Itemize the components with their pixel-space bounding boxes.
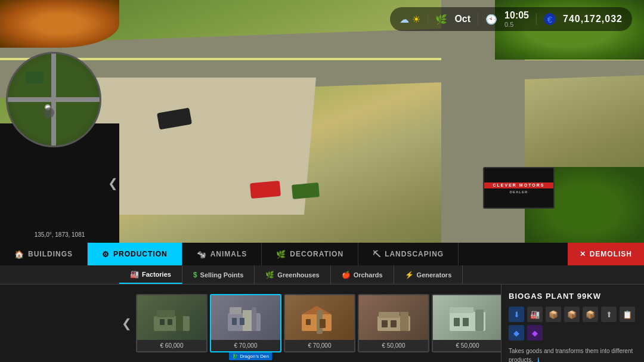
bottom-panel: 🏠 BUILDINGS ⚙ PRODUCTION 🐄 ANIMALS 🌿 DEC… bbox=[0, 243, 644, 362]
svg-rect-6 bbox=[230, 307, 242, 314]
building-card-2[interactable]: 🐉 Dragon's Den € 70,000 bbox=[210, 294, 281, 352]
building-image-4 bbox=[359, 295, 428, 340]
svg-rect-20 bbox=[391, 320, 397, 327]
svg-rect-1 bbox=[157, 310, 175, 317]
demolish-icon: ✕ bbox=[580, 250, 586, 258]
weather-display: ☁ ☀ bbox=[400, 14, 420, 25]
svg-rect-15 bbox=[320, 319, 326, 328]
speed-display: 0.5 bbox=[504, 21, 529, 28]
greenhouses-subtab-icon: 🌿 bbox=[265, 271, 274, 279]
building-card-4[interactable]: 🐉 Dragon's Den € 50,000 bbox=[358, 294, 429, 352]
subtab-factories[interactable]: 🏭 Factories bbox=[119, 265, 182, 284]
sun-icon: ☀ bbox=[412, 14, 420, 25]
info-goods-btn-1[interactable]: 📦 bbox=[546, 307, 561, 322]
svg-rect-17 bbox=[379, 312, 400, 318]
info-help-icon[interactable]: ℹ bbox=[537, 357, 540, 362]
info-icons-row: ⬇ 🏭 📦 📦 📦 ⬆ 📋 ◆ ◆ bbox=[509, 307, 637, 341]
svg-rect-22 bbox=[450, 307, 473, 313]
tab-buildings[interactable]: 🏠 BUILDINGS bbox=[0, 243, 88, 265]
sign-subtext: DEALER bbox=[510, 190, 528, 194]
svg-rect-24 bbox=[454, 318, 460, 326]
landscaping-tab-label: LANDSCAPING bbox=[385, 250, 444, 258]
dealership-sign: CLEVER MOTORS DEALER bbox=[483, 167, 555, 209]
tab-animals[interactable]: 🐄 ANIMALS bbox=[182, 243, 262, 265]
building-image-5 bbox=[433, 295, 501, 340]
buildings-tab-icon: 🏠 bbox=[14, 250, 24, 259]
trees-top-left bbox=[0, 0, 119, 48]
building-svg-4 bbox=[373, 301, 414, 334]
subtab-selling[interactable]: $ Selling Points bbox=[182, 265, 255, 284]
factories-subtab-icon: 🏭 bbox=[130, 270, 139, 279]
subtab-generators[interactable]: ⚡ Generators bbox=[394, 265, 463, 284]
cloud-icon: ☁ bbox=[400, 14, 409, 25]
svg-rect-9 bbox=[240, 318, 244, 325]
svg-rect-8 bbox=[232, 318, 237, 325]
info-upload-btn[interactable]: ⬆ bbox=[601, 307, 617, 322]
tab-landscaping[interactable]: ⛏ LANDSCAPING bbox=[358, 243, 459, 265]
month-display: Oct bbox=[454, 14, 470, 24]
generators-subtab-label: Generators bbox=[417, 271, 452, 279]
season-icon: 🌿 bbox=[435, 14, 447, 25]
production-tab-label: PRODUCTION bbox=[113, 250, 168, 258]
info-blue-btn[interactable]: ◆ bbox=[509, 325, 524, 341]
decoration-tab-label: DECORATION bbox=[290, 250, 343, 258]
minimap-chevron-icon: ❮ bbox=[108, 176, 118, 190]
info-list-btn[interactable]: 📋 bbox=[620, 307, 635, 322]
tab-decoration[interactable]: 🌿 DECORATION bbox=[262, 243, 358, 265]
generators-subtab-icon: ⚡ bbox=[405, 271, 414, 279]
building-price-4: € 50,000 bbox=[381, 340, 407, 351]
building-list-prev[interactable]: ❮ bbox=[119, 289, 134, 357]
buildings-tab-label: BUILDINGS bbox=[28, 250, 73, 258]
minimap-coordinates: 135,0°, 1873, 1081 bbox=[6, 231, 113, 238]
info-goods-btn-2[interactable]: 📦 bbox=[564, 307, 580, 322]
info-description: Takes goods and transforms them into dif… bbox=[509, 346, 637, 362]
sign-label: CLEVER MOTORS bbox=[493, 183, 545, 187]
svg-rect-3 bbox=[160, 319, 165, 325]
info-goods-btn-3[interactable]: 📦 bbox=[583, 307, 598, 322]
svg-rect-25 bbox=[463, 318, 469, 326]
info-panel-title: BIOGAS PLANT 99KW bbox=[509, 292, 637, 301]
demolish-label: DEMOLISH bbox=[590, 250, 632, 258]
minimap-nav-toggle[interactable]: ❮ bbox=[106, 123, 119, 243]
building-price-3: € 70,000 bbox=[307, 340, 333, 351]
building-svg-2 bbox=[225, 301, 267, 334]
minimap-area: 135,0°, 1873, 1081 bbox=[0, 123, 119, 243]
car-red bbox=[250, 181, 281, 199]
time-display: 10:05 bbox=[504, 10, 529, 21]
selling-subtab-icon: $ bbox=[193, 271, 197, 279]
minimap-building bbox=[26, 72, 44, 83]
decoration-tab-icon: 🌿 bbox=[276, 250, 286, 259]
building-svg-5 bbox=[447, 301, 488, 334]
svg-rect-4 bbox=[168, 319, 172, 325]
sign-red-bar: CLEVER MOTORS bbox=[484, 182, 553, 188]
info-download-btn[interactable]: ⬇ bbox=[509, 307, 524, 322]
building-card-5[interactable]: 🐉 Dragon's Den € 50,000 bbox=[432, 294, 501, 352]
svg-rect-14 bbox=[306, 319, 311, 325]
clock-icon: 🕙 bbox=[485, 14, 497, 25]
selling-subtab-label: Selling Points bbox=[200, 271, 244, 279]
building-price-2: € 70,000 bbox=[233, 340, 259, 351]
animals-tab-label: ANIMALS bbox=[210, 250, 247, 258]
minimap bbox=[6, 52, 101, 147]
building-card-3[interactable]: 🐉 Dragon's Den € 70,000 bbox=[284, 294, 355, 352]
subtab-orchards[interactable]: 🍎 Orchards bbox=[331, 265, 394, 284]
building-card-1[interactable]: 🐉 Dragon's Den € 60,000 bbox=[136, 294, 208, 352]
building-image-3 bbox=[285, 295, 354, 340]
building-svg-3 bbox=[299, 301, 340, 334]
hud-divider-2 bbox=[478, 13, 478, 25]
svg-rect-23 bbox=[475, 310, 484, 331]
subtab-greenhouses[interactable]: 🌿 Greenhouses bbox=[255, 265, 330, 284]
tab-production[interactable]: ⚙ PRODUCTION bbox=[88, 243, 182, 265]
production-tab-icon: ⚙ bbox=[102, 250, 110, 259]
animals-tab-icon: 🐄 bbox=[197, 250, 207, 259]
building-image-2 bbox=[211, 295, 280, 340]
info-factory-btn[interactable]: 🏭 bbox=[527, 307, 543, 322]
demolish-button[interactable]: ✕ DEMOLISH bbox=[568, 243, 644, 265]
car-green bbox=[292, 182, 320, 199]
main-tabs-row: 🏠 BUILDINGS ⚙ PRODUCTION 🐄 ANIMALS 🌿 DEC… bbox=[0, 243, 644, 265]
building-svg-1 bbox=[151, 301, 193, 334]
orchards-subtab-label: Orchards bbox=[354, 271, 383, 279]
time-speed-block: 10:05 0.5 bbox=[504, 10, 529, 28]
info-desc-text: Takes goods and transforms them into dif… bbox=[509, 348, 633, 362]
info-purple-btn[interactable]: ◆ bbox=[527, 325, 543, 341]
